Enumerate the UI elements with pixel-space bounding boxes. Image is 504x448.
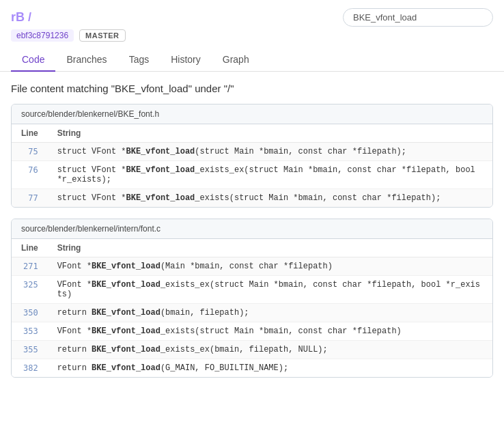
nav-tabs: Code Branches Tags History Graph <box>0 48 504 72</box>
repo-slash: / <box>28 10 31 24</box>
main-content: File content matching "BKE_vfont_load" u… <box>0 72 504 400</box>
table-row: 350return BKE_vfont_load(bmain, filepath… <box>12 304 492 322</box>
code-line: VFont *BKE_vfont_load_exists(struct Main… <box>48 322 492 341</box>
code-line: return BKE_vfont_load(bmain, filepath); <box>48 304 492 322</box>
code-line: return BKE_vfont_load(G_MAIN, FO_BUILTIN… <box>48 359 492 378</box>
result-table: LineString75struct VFont *BKE_vfont_load… <box>12 124 492 207</box>
commit-hash[interactable]: ebf3c8791236 <box>11 29 74 42</box>
table-row: 76struct VFont *BKE_vfont_load_exists_ex… <box>12 161 492 189</box>
column-header: Line <box>12 124 48 143</box>
search-input[interactable] <box>343 8 493 27</box>
table-row: 355return BKE_vfont_load_exists_ex(bmain… <box>12 341 492 359</box>
commit-row: ebf3c8791236 MASTER <box>0 27 504 48</box>
results-container: source/blender/blenkernel/BKE_font.hLine… <box>11 104 493 378</box>
table-row: 77struct VFont *BKE_vfont_load_exists(st… <box>12 189 492 208</box>
code-line: VFont *BKE_vfont_load_exists_ex(struct M… <box>48 276 492 304</box>
column-header: String <box>48 124 492 143</box>
line-number: 353 <box>12 322 48 341</box>
line-number: 271 <box>12 257 48 276</box>
column-header: Line <box>12 239 48 257</box>
table-row: 382return BKE_vfont_load(G_MAIN, FO_BUIL… <box>12 359 492 378</box>
file-path[interactable]: source/blender/blenkernel/BKE_font.h <box>12 104 492 124</box>
code-line: struct VFont *BKE_vfont_load_exists_ex(s… <box>48 161 492 189</box>
code-line: struct VFont *BKE_vfont_load(struct Main… <box>48 143 492 161</box>
result-table: LineString271VFont *BKE_vfont_load(Main … <box>12 239 492 377</box>
table-row: 271VFont *BKE_vfont_load(Main *bmain, co… <box>12 257 492 276</box>
table-row: 325VFont *BKE_vfont_load_exists_ex(struc… <box>12 276 492 304</box>
result-block: source/blender/blenkernel/BKE_font.hLine… <box>11 104 493 208</box>
table-row: 75struct VFont *BKE_vfont_load(struct Ma… <box>12 143 492 161</box>
line-number: 75 <box>12 143 48 161</box>
tab-branches[interactable]: Branches <box>55 48 117 72</box>
result-block: source/blender/blenkernel/intern/font.cL… <box>11 219 493 378</box>
line-number: 350 <box>12 304 48 322</box>
repo-name-highlight: rB <box>11 10 25 24</box>
tab-history[interactable]: History <box>160 48 212 72</box>
header: rB / <box>0 0 504 27</box>
table-row: 353VFont *BKE_vfont_load_exists(struct M… <box>12 322 492 341</box>
line-number: 355 <box>12 341 48 359</box>
column-header: String <box>48 239 492 257</box>
repo-title: rB / <box>11 10 31 25</box>
line-number: 77 <box>12 189 48 208</box>
tab-graph[interactable]: Graph <box>212 48 260 72</box>
code-line: return BKE_vfont_load_exists_ex(bmain, f… <box>48 341 492 359</box>
tab-tags[interactable]: Tags <box>118 48 160 72</box>
file-path[interactable]: source/blender/blenkernel/intern/font.c <box>12 219 492 239</box>
code-line: struct VFont *BKE_vfont_load_exists(stru… <box>48 189 492 208</box>
code-line: VFont *BKE_vfont_load(Main *bmain, const… <box>48 257 492 276</box>
branch-badge[interactable]: MASTER <box>79 29 125 42</box>
line-number: 76 <box>12 161 48 189</box>
line-number: 382 <box>12 359 48 378</box>
line-number: 325 <box>12 276 48 304</box>
search-heading: File content matching "BKE_vfont_load" u… <box>11 83 493 94</box>
tab-code[interactable]: Code <box>11 48 55 72</box>
